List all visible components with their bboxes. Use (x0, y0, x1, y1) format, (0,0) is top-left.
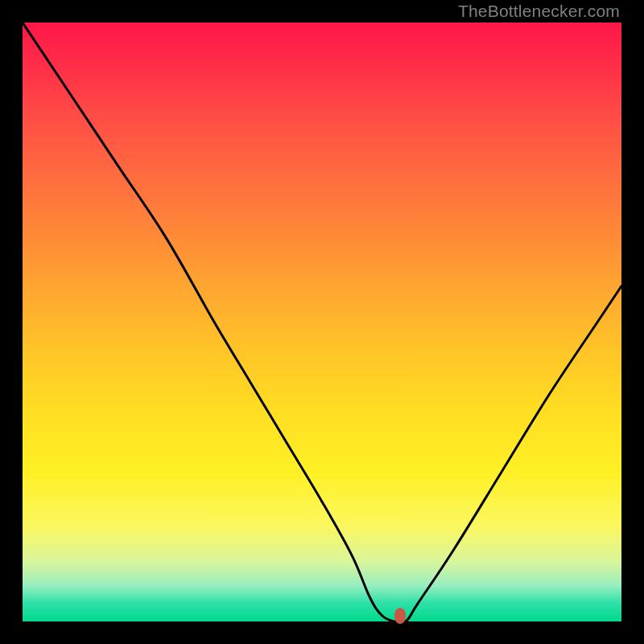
plot-area (23, 23, 621, 621)
optimal-point-marker (394, 608, 406, 624)
chart-frame: TheBottlenecker.com (0, 0, 644, 644)
watermark-text: TheBottlenecker.com (458, 2, 620, 21)
bottleneck-curve (23, 23, 621, 621)
curve-path (23, 23, 621, 621)
